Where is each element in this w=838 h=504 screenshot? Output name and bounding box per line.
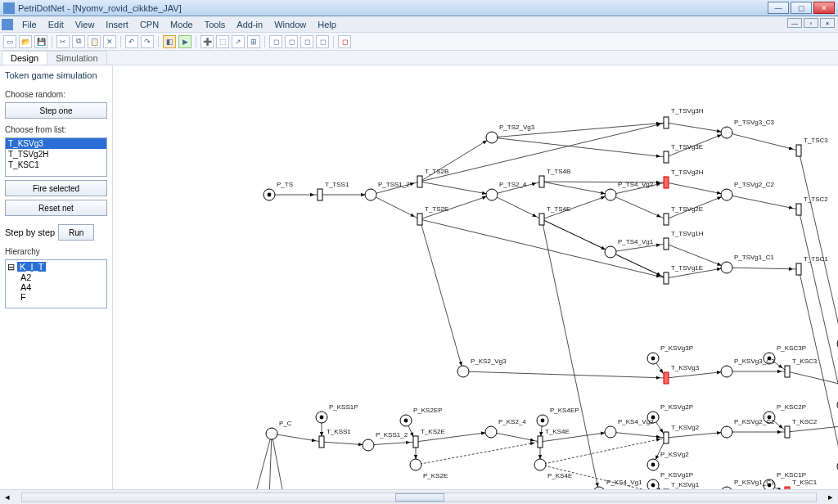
menu-file[interactable]: File [16, 18, 43, 31]
list-item[interactable]: T_KSC1 [6, 160, 106, 170]
sel-c-icon[interactable]: ◻ [300, 35, 313, 48]
svg-line-62 [799, 151, 838, 344]
canvas[interactable]: P_TST_TSS1P_TSS1_2T_TS2BT_TS2EP_TS2_Vg3P… [113, 65, 838, 489]
svg-text:T_KSS1: T_KSS1 [327, 428, 351, 435]
menu-tools[interactable]: Tools [199, 18, 232, 31]
svg-rect-246 [664, 432, 669, 443]
svg-text:T_TS2B: T_TS2B [425, 168, 448, 175]
svg-marker-29 [717, 129, 721, 133]
svg-rect-242 [538, 436, 543, 448]
hierarchy-tree[interactable]: ⊟ K_I_T A2 A4 F [5, 259, 107, 308]
svg-text:P_KSVg1P: P_KSVg1P [660, 471, 693, 479]
svg-line-114 [787, 425, 838, 432]
hierarchy-child[interactable]: A2 [7, 272, 105, 282]
sel-d-icon[interactable]: ◻ [316, 35, 329, 48]
scroll-left-icon[interactable]: ◂ [5, 492, 10, 502]
svg-text:T_KS4E: T_KS4E [545, 428, 570, 435]
petri-net-svg[interactable]: P_TST_TSS1P_TSS1_2T_TS2BT_TS2EP_TS2_Vg3P… [113, 65, 838, 489]
svg-rect-169 [664, 117, 669, 128]
svg-point-240 [485, 426, 497, 438]
list-item[interactable]: T_KSVg3 [6, 138, 106, 149]
svg-text:T_TSC3: T_TSC3 [804, 137, 828, 144]
hierarchy-child[interactable]: F [7, 292, 105, 302]
svg-text:P_KS4EP: P_KS4EP [550, 407, 579, 414]
svg-line-76 [787, 371, 838, 386]
svg-marker-105 [660, 429, 664, 433]
hierarchy-root[interactable]: K_I_T [17, 262, 46, 272]
transition-listbox[interactable]: T_KSVg3 T_TSVg2H T_KSC1 [5, 137, 107, 177]
copy-icon[interactable]: ⧉ [72, 35, 85, 48]
menu-mode[interactable]: Mode [164, 18, 199, 31]
undo-icon[interactable]: ↶ [125, 35, 138, 48]
close-button[interactable]: ✕ [813, 2, 835, 14]
svg-point-147 [268, 193, 272, 197]
svg-line-134 [272, 434, 288, 489]
svg-marker-145 [656, 438, 660, 441]
mdi-minimize[interactable]: — [787, 18, 802, 28]
svg-line-10 [420, 182, 492, 195]
tab-simulation[interactable]: Simulation [47, 51, 106, 65]
svg-text:P_KSS1_2: P_KSS1_2 [376, 431, 408, 439]
svg-point-151 [365, 189, 376, 200]
minimize-button[interactable]: — [768, 2, 789, 14]
paste-icon[interactable]: 📋 [88, 35, 101, 48]
svg-rect-234 [319, 436, 324, 448]
mode-a-icon[interactable]: ◧ [163, 35, 176, 48]
cut-icon[interactable]: ✂ [56, 35, 70, 48]
svg-line-52 [727, 268, 799, 269]
svg-line-144 [540, 438, 666, 465]
sel-e-icon[interactable]: ◻ [338, 35, 351, 48]
add-arc-icon[interactable]: ↗ [232, 35, 245, 48]
svg-line-130 [249, 434, 272, 489]
run-button[interactable]: Run [58, 224, 94, 241]
horizontal-scrollbar[interactable] [21, 493, 817, 502]
sel-a-icon[interactable]: ◻ [269, 35, 282, 48]
svg-marker-71 [717, 371, 721, 374]
svg-text:T_KSVg3: T_KSVg3 [671, 364, 700, 371]
open-icon[interactable]: 📂 [19, 35, 32, 48]
play-icon[interactable]: ▶ [178, 35, 191, 48]
svg-marker-99 [601, 431, 605, 434]
hierarchy-child[interactable]: A4 [7, 282, 105, 292]
svg-text:P_KSVg2_C2: P_KSVg2_C2 [734, 418, 775, 425]
sel-b-icon[interactable]: ◻ [285, 35, 298, 48]
svg-marker-107 [717, 431, 721, 434]
svg-marker-137 [459, 362, 462, 366]
scrollbar-thumb[interactable] [395, 493, 444, 502]
fire-selected-button[interactable]: Fire selected [5, 180, 107, 196]
new-icon[interactable]: ▭ [3, 35, 16, 48]
add-place-icon[interactable]: ➕ [200, 35, 214, 48]
list-item[interactable]: T_TSVg2H [6, 149, 106, 160]
svg-rect-171 [664, 151, 669, 163]
menu-view[interactable]: View [70, 18, 101, 31]
scroll-right-icon[interactable]: ▸ [828, 492, 833, 502]
svg-text:P_TS4_Vg2: P_TS4_Vg2 [618, 181, 654, 188]
tab-strip: Design Simulation [0, 51, 838, 65]
mdi-restore[interactable]: ▫ [804, 18, 818, 28]
step-one-button[interactable]: Step one [5, 102, 107, 119]
svg-marker-21 [601, 196, 605, 200]
reset-net-button[interactable]: Reset net [5, 200, 107, 216]
svg-marker-37 [717, 191, 721, 194]
svg-marker-45 [717, 263, 721, 266]
svg-point-252 [410, 459, 421, 470]
maximize-button[interactable]: ▢ [791, 2, 812, 14]
menu-addin[interactable]: Add-in [231, 18, 268, 31]
menu-edit[interactable]: Edit [43, 18, 70, 31]
menu-cpn[interactable]: CPN [134, 18, 164, 31]
redo-icon[interactable]: ↷ [141, 35, 154, 48]
tab-design[interactable]: Design [2, 51, 47, 65]
svg-text:P_KSVg2P: P_KSVg2P [660, 403, 693, 411]
svg-line-26 [492, 137, 666, 157]
svg-text:P_TSVg2_C2: P_TSVg2_C2 [734, 181, 774, 188]
mdi-close[interactable]: × [820, 18, 835, 28]
menu-insert[interactable]: Insert [100, 18, 134, 31]
add-trans-icon[interactable]: ⬚ [216, 35, 229, 48]
menu-window[interactable]: Window [268, 18, 312, 31]
svg-marker-15 [532, 182, 536, 186]
delete-icon[interactable]: ✕ [103, 35, 116, 48]
menu-help[interactable]: Help [312, 18, 342, 31]
svg-marker-93 [414, 455, 417, 459]
save-icon[interactable]: 💾 [34, 35, 47, 48]
grid-icon[interactable]: ⊞ [247, 35, 260, 48]
